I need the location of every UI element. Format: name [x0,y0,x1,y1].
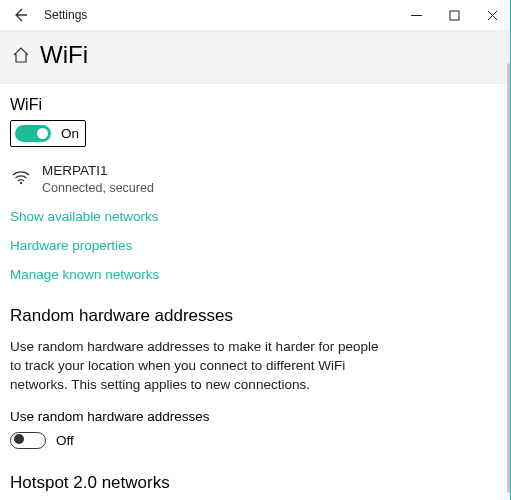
wifi-toggle-state: On [61,126,79,141]
close-button[interactable] [473,0,511,30]
network-name: MERPATI1 [42,163,154,178]
back-button[interactable] [8,3,32,27]
wifi-toggle-row: On [10,120,86,147]
app-title: Settings [44,8,87,22]
page-header: WiFi [0,30,511,84]
random-hw-toggle-row: Off [10,432,501,449]
show-available-networks-link[interactable]: Show available networks [10,209,501,224]
close-icon [487,10,498,21]
maximize-icon [449,10,460,21]
minimize-icon [411,10,422,21]
wifi-signal-icon [10,165,32,187]
page-title: WiFi [40,41,88,69]
maximize-button[interactable] [435,0,473,30]
title-bar: Settings [0,0,511,30]
toggle-knob [14,434,24,444]
home-icon[interactable] [12,46,30,64]
window-controls [397,0,511,30]
toggle-knob [37,128,48,139]
wifi-section-label: WiFi [10,96,501,114]
manage-known-networks-link[interactable]: Manage known networks [10,267,501,282]
wifi-toggle[interactable] [15,125,51,142]
hotspot-heading: Hotspot 2.0 networks [10,473,501,493]
random-hw-toggle-state: Off [56,433,74,448]
random-hw-toggle-label: Use random hardware addresses [10,409,501,424]
svg-point-1 [20,182,22,184]
network-status: Connected, secured [42,181,154,195]
arrow-left-icon [12,7,28,23]
current-network[interactable]: MERPATI1 Connected, secured [10,163,501,195]
content-area: WiFi On MERPATI1 Connected, secured Show… [0,84,511,500]
random-hw-toggle[interactable] [10,432,46,449]
svg-rect-0 [450,11,459,20]
random-hw-description: Use random hardware addresses to make it… [10,338,390,395]
minimize-button[interactable] [397,0,435,30]
random-hw-heading: Random hardware addresses [10,306,501,326]
hardware-properties-link[interactable]: Hardware properties [10,238,501,253]
